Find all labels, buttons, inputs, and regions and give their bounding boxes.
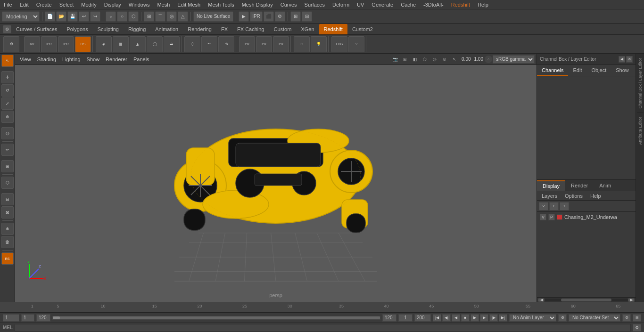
menu-file[interactable]: File	[0, 1, 16, 8]
dra-tab-display[interactable]: Display	[537, 180, 565, 191]
vp-xray-icon[interactable]: ◎	[430, 55, 439, 64]
tab-polygons[interactable]: Polygons	[62, 24, 92, 34]
tab-custom[interactable]: Custom	[269, 24, 297, 34]
menu-uv[interactable]: UV	[353, 1, 368, 8]
tab-rendering[interactable]: Rendering	[183, 24, 216, 34]
shelf-dish-btn[interactable]: ⊙	[294, 36, 310, 52]
scroll-thumb[interactable]	[561, 299, 611, 301]
render-seq-btn[interactable]: ⬛	[264, 11, 274, 22]
cmd-script-btn[interactable]: ⚙	[633, 324, 641, 332]
menu-curves[interactable]: Curves	[277, 1, 301, 8]
menu-redshift[interactable]: Redshift	[447, 1, 474, 8]
shelf-wave-btn[interactable]: 〜	[201, 36, 217, 52]
timeline-ruler[interactable]: 1 5 10 15 20 25 30 35 40 45 50 55 60 65	[0, 302, 644, 312]
vp-menu-renderer[interactable]: Renderer	[103, 56, 130, 63]
edge-tab-attribute-editor[interactable]: Attribute Editor	[637, 113, 644, 149]
vp-menu-lighting[interactable]: Lighting	[59, 56, 83, 63]
transport-first-btn[interactable]: |◀	[433, 314, 441, 322]
shelf-cube-btn[interactable]: ⬡	[184, 36, 200, 52]
cb-tab-channels[interactable]: Channels	[537, 65, 568, 76]
mode-selector[interactable]: Modeling Rigging Animation FX	[2, 11, 40, 22]
layout-btn1[interactable]: ⊞	[290, 11, 301, 22]
anim-layer-select[interactable]: No Anim Layer	[509, 314, 556, 322]
shelf-light-btn[interactable]: 💡	[311, 36, 327, 52]
dra-menu-help[interactable]: Help	[587, 192, 604, 200]
scale-tool-btn[interactable]: ⤢	[1, 97, 14, 110]
menu-mesh-tools[interactable]: Mesh Tools	[204, 1, 238, 8]
layer-color-swatch[interactable]	[557, 214, 562, 220]
menu-modify[interactable]: Modify	[77, 1, 100, 8]
select-btn[interactable]: ⬦	[106, 11, 116, 22]
vp-wireframe-icon[interactable]: ⬡	[420, 55, 429, 64]
menu-edit[interactable]: Edit	[16, 1, 33, 8]
shelf-pr2-btn[interactable]: PR	[256, 36, 272, 52]
shelf-settings-btn[interactable]: ⚙	[3, 36, 19, 52]
layer-visibility-btn[interactable]: V	[540, 214, 546, 220]
transport-prev-btn[interactable]: ◀	[452, 314, 460, 322]
rotate-tool-btn[interactable]: ↺	[1, 84, 14, 97]
shelf-pr3-btn[interactable]: PR	[273, 36, 289, 52]
layout-btn2[interactable]: ⊠	[1, 206, 14, 219]
vp-select-icon[interactable]: ↖	[450, 55, 459, 64]
menu-cache[interactable]: Cache	[397, 1, 420, 8]
cmd-input-field[interactable]	[15, 324, 631, 332]
dra-tab-anim[interactable]: Anim	[594, 181, 617, 190]
layer-freeze-btn[interactable]: F	[549, 202, 559, 211]
cb-tab-show[interactable]: Show	[611, 65, 634, 76]
frame-input2[interactable]	[21, 314, 34, 322]
tab-fx[interactable]: FX	[216, 24, 232, 34]
range-start-input[interactable]	[36, 314, 50, 322]
save-scene-btn[interactable]: 💾	[67, 11, 78, 22]
vp-camera-icon[interactable]: 📷	[390, 55, 400, 64]
shelf-log-btn[interactable]: LOG	[331, 36, 347, 52]
shelf-loop-btn[interactable]: ⟲	[218, 36, 234, 52]
shelf-sphere-btn[interactable]: ◯	[147, 36, 163, 52]
menu-3dtoall[interactable]: -3DtoAll-	[420, 1, 447, 8]
vp-menu-shading[interactable]: Shading	[34, 56, 59, 63]
snap-together-btn[interactable]: ⬡	[1, 177, 14, 189]
shelf-rv-btn[interactable]: RV	[24, 36, 40, 52]
tab-curves-surfaces[interactable]: Curves / Surfaces	[11, 24, 62, 34]
shelf-pr1-btn[interactable]: PR	[239, 36, 255, 52]
menu-windows[interactable]: Windows	[125, 1, 154, 8]
tab-sculpting[interactable]: Sculpting	[93, 24, 124, 34]
layer-item[interactable]: V P Chasing_M2_Underwa	[537, 212, 636, 222]
transport-prev-key-btn[interactable]: ◀|	[442, 314, 451, 322]
vp-shading-icon[interactable]: ◧	[410, 55, 420, 64]
open-scene-btn[interactable]: 📂	[56, 11, 66, 22]
tab-xgen[interactable]: XGen	[296, 24, 319, 34]
menu-surfaces[interactable]: Surfaces	[301, 1, 329, 8]
show-manip-btn[interactable]: ⊞	[1, 160, 14, 172]
vp-grid-icon[interactable]: ⊞	[400, 55, 410, 64]
char-set-select[interactable]: No Character Set	[569, 314, 620, 322]
dra-tab-render[interactable]: Render	[565, 181, 594, 190]
playback-range-bar[interactable]	[52, 316, 380, 320]
vp-menu-panels[interactable]: Panels	[131, 56, 152, 63]
char-set-extra-btn[interactable]: ⊞	[633, 314, 641, 322]
snap-curve-btn[interactable]: ⌒	[155, 11, 165, 22]
transport-last-btn[interactable]: ▶|	[499, 314, 507, 322]
shelf-ipr-btn[interactable]: IPR	[41, 36, 57, 52]
dra-menu-options[interactable]: Options	[562, 192, 586, 200]
scroll-left-btn[interactable]: ◀	[538, 298, 545, 302]
shelf-teardrop-btn[interactable]: ◭	[130, 36, 146, 52]
range-end-input[interactable]	[382, 314, 396, 322]
paint-select-btn[interactable]: ✏	[1, 144, 14, 156]
cb-tab-object[interactable]: Object	[586, 65, 611, 76]
menu-edit-mesh[interactable]: Edit Mesh	[173, 1, 204, 8]
menu-select[interactable]: Select	[56, 1, 78, 8]
snap-grid-btn[interactable]: ⊞	[144, 11, 154, 22]
no-live-surface-btn[interactable]: No Live Surface	[193, 11, 233, 22]
redshift-logo-btn[interactable]: RS	[1, 252, 14, 265]
char-set-settings-btn[interactable]: ⚙	[622, 314, 631, 322]
layer-playback-btn[interactable]: P	[548, 214, 555, 220]
paint-btn[interactable]: ⬡	[128, 11, 139, 22]
universal-manip-btn[interactable]: ⊕	[1, 111, 14, 123]
move-tool-btn[interactable]: ✛	[1, 71, 14, 83]
edge-tab-channel-box[interactable]: Channel Box / Layer Editor	[637, 54, 644, 113]
vp-menu-show[interactable]: Show	[84, 56, 103, 63]
menu-create[interactable]: Create	[33, 1, 56, 8]
transport-play-btn[interactable]: ▶	[471, 314, 479, 322]
scroll-track[interactable]	[545, 299, 628, 301]
cb-tab-edit[interactable]: Edit	[568, 65, 586, 76]
